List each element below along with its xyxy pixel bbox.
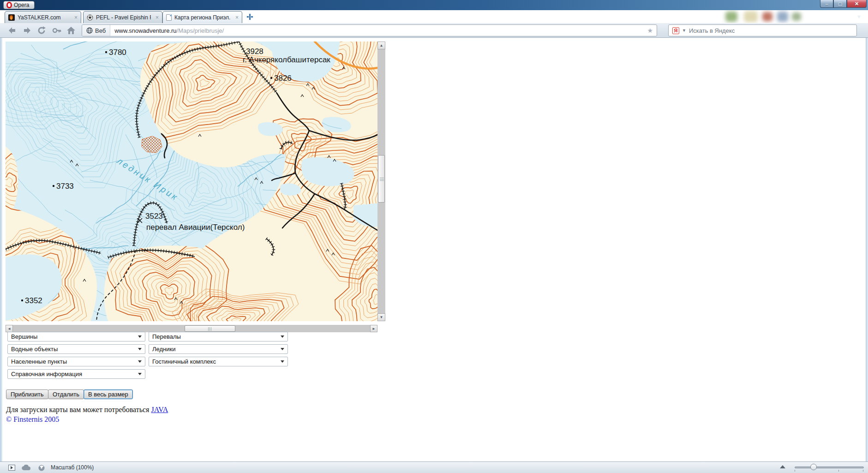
zoom-slider[interactable] <box>795 467 864 468</box>
tab-bar: YaSTALKER.com × PEFL - Pavel Epishin Fo.… <box>0 10 868 23</box>
select-value: Перевалы <box>152 333 181 340</box>
panels-toggle-icon[interactable] <box>8 465 15 471</box>
close-button[interactable]: ✕ <box>847 0 867 8</box>
desktop-blur-blob <box>725 12 737 22</box>
horizontal-scroll-thumb[interactable] <box>185 325 235 332</box>
back-button[interactable] <box>7 26 17 35</box>
tab-map-region[interactable]: Карта региона Приэл... × <box>162 11 242 23</box>
zoom-in-button[interactable]: Приблизить <box>6 389 48 399</box>
address-bar[interactable]: Веб www.snowadventure.ru/Maps/prielbrusj… <box>82 24 657 36</box>
select-passes[interactable]: Перевалы <box>149 332 288 341</box>
opera-logo-icon <box>6 2 12 8</box>
select-value: Ледники <box>152 346 175 353</box>
opera-menu-button[interactable]: Opera <box>3 1 35 9</box>
desktop-blur-blob <box>762 12 772 21</box>
scroll-right-button[interactable]: ► <box>370 325 377 332</box>
map-vertical-scrollbar[interactable]: ▲ ▼ <box>377 42 385 321</box>
page-favicon <box>166 14 172 21</box>
pass-elevation-label: 3523 <box>145 212 163 221</box>
chevron-down-icon <box>281 335 284 338</box>
address-toolbar: Веб www.snowadventure.ru/Maps/prielbrusj… <box>0 23 868 38</box>
peak-label-3780: 3780 <box>109 48 126 57</box>
zoom-tick <box>795 470 795 472</box>
select-water-objects[interactable]: Водные объекты <box>7 344 145 354</box>
select-value: Вершины <box>11 333 37 340</box>
select-reference-info[interactable]: Справочная информация <box>7 369 145 379</box>
peak-label-3352: 3352 <box>25 296 42 305</box>
window-frame-left <box>0 38 2 461</box>
chevron-down-icon <box>281 348 284 350</box>
map-canvas[interactable]: 3780 3928 г. Ачкеряколбашитерсак 3826 37… <box>6 42 377 321</box>
zoom-tick <box>863 470 863 472</box>
tab-close-icon[interactable]: × <box>156 14 159 21</box>
search-box[interactable]: Я ▼ Искать в Яндекс <box>668 24 857 36</box>
chevron-down-icon <box>281 360 284 363</box>
yastalker-favicon <box>8 14 15 21</box>
desktop-blur-blob <box>777 12 788 22</box>
minimize-button[interactable]: – <box>820 0 833 8</box>
opera-turbo-icon[interactable] <box>38 465 45 471</box>
scroll-left-button[interactable]: ◄ <box>6 325 13 332</box>
tab-pefl[interactable]: PEFL - Pavel Epishin Fo... × <box>83 11 162 23</box>
window-frame-right <box>866 38 868 461</box>
java-link[interactable]: JAVA <box>151 406 168 413</box>
close-icon: ✕ <box>855 1 859 7</box>
pass-name-label: перевал Авиации(Терскол) <box>146 223 245 232</box>
bookmark-star-icon[interactable]: ★ <box>647 27 653 34</box>
opera-link-cloud-icon[interactable] <box>22 465 31 471</box>
page-zoom-label: Масштаб (100%) <box>51 464 94 471</box>
select-value: Водные объекты <box>11 346 58 353</box>
select-peaks[interactable]: Вершины <box>7 332 145 341</box>
chevron-down-icon <box>138 348 142 350</box>
peak-label-3733: 3733 <box>56 182 74 191</box>
java-note: Для загруски карты вам может потребовать… <box>6 406 168 414</box>
peak-dot <box>21 299 23 301</box>
select-hotel-complex[interactable]: Гостиничный комплекс <box>149 357 288 366</box>
select-settlements[interactable]: Населенные пункты <box>7 357 145 366</box>
key-wand-button[interactable] <box>52 26 61 35</box>
maximize-icon: ▢ <box>838 1 842 6</box>
copyright: © Finsternis 2005 <box>6 415 59 424</box>
vertical-scroll-thumb[interactable] <box>378 155 385 203</box>
select-value: Справочная информация <box>11 371 82 377</box>
zoom-menu-icon[interactable] <box>780 465 785 468</box>
tab-close-icon[interactable]: × <box>235 14 239 21</box>
select-glaciers[interactable]: Ледники <box>149 344 288 354</box>
minimize-icon: – <box>826 1 828 6</box>
reload-button[interactable] <box>37 26 47 35</box>
tab-list-chevron-icon[interactable]: ▼ <box>856 14 862 19</box>
map-horizontal-scrollbar[interactable]: ◄ ► <box>6 325 377 332</box>
tab-label: PEFL - Pavel Epishin Fo... <box>96 14 151 21</box>
desktop-blur-blob <box>792 12 801 21</box>
scroll-down-button[interactable]: ▼ <box>377 313 385 321</box>
new-tab-button[interactable] <box>246 13 254 21</box>
full-size-button[interactable]: В весь размер <box>84 389 133 399</box>
url-path: /Maps/prielbrusje/ <box>177 27 224 34</box>
zoom-out-button[interactable]: Отдалить <box>48 389 84 399</box>
tab-label: YaSTALKER.com <box>18 14 70 21</box>
peak-dot <box>53 185 54 187</box>
url-host: www.snowadventure.ru <box>114 27 176 34</box>
zoom-tick <box>838 470 839 472</box>
forward-button[interactable] <box>23 26 32 35</box>
chevron-down-icon <box>138 360 142 363</box>
status-bar: Масштаб (100%) <box>0 461 868 473</box>
tab-close-icon[interactable]: × <box>74 14 78 21</box>
web-mode-label: Веб <box>95 27 106 34</box>
peak-label-3826: 3826 <box>274 74 292 83</box>
mountain-name-label: г. Ачкеряколбашитерсак <box>243 55 330 64</box>
scroll-up-button[interactable]: ▲ <box>377 42 385 49</box>
home-button[interactable] <box>66 26 76 35</box>
java-note-text: Для загруски карты вам может потребовать… <box>6 406 151 413</box>
maximize-button[interactable]: ▢ <box>833 0 847 8</box>
tab-label: Карта региона Приэл... <box>174 14 231 21</box>
yandex-icon: Я <box>672 27 679 34</box>
tab-yastalker[interactable]: YaSTALKER.com × <box>5 11 81 23</box>
opera-menu-label: Opera <box>14 2 29 8</box>
peak-dot <box>270 77 272 79</box>
peak-dot <box>105 51 107 53</box>
search-engine-chevron-icon[interactable]: ▼ <box>682 28 686 33</box>
zoom-slider-thumb[interactable] <box>810 464 817 470</box>
peak-label-3928: 3928 <box>246 47 263 56</box>
web-mode-button[interactable]: Веб <box>82 25 110 36</box>
